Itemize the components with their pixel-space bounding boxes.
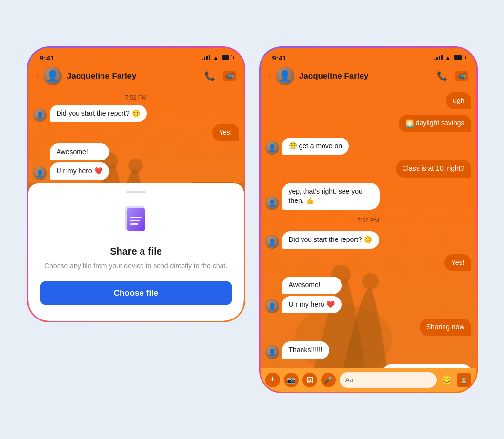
- status-time-2: 9:41: [272, 54, 287, 62]
- message-row: Yes!: [33, 124, 239, 141]
- chat-header-1: ‹ Jacqueline Farley 📞 📹: [28, 64, 244, 90]
- status-icons-2: ▲: [434, 54, 464, 61]
- contact-name-2: Jacqueline Farley: [299, 71, 437, 81]
- file-share-modal: Share a file Choose any file from your d…: [28, 183, 244, 321]
- timestamp-2: 7:52 PM: [265, 217, 471, 224]
- stacked-bubbles: Awesome! U r my hero ❤️: [282, 277, 342, 313]
- header-actions-2: 📞 📹: [437, 71, 468, 81]
- status-bar-1: 9:41 ▲: [28, 48, 244, 64]
- avatar-msg: 👤: [265, 235, 279, 249]
- avatar-msg: 👤: [33, 166, 47, 180]
- modal-title: Share a file: [40, 246, 232, 257]
- bubble-incoming: Thanks!!!!!!: [282, 341, 329, 359]
- bubble-incoming: Did you start the report? 🙂: [282, 231, 379, 249]
- status-bar-2: 9:41 ▲: [261, 48, 476, 64]
- file-bubble: 📄 Galaxy Types.pdf 87 MB: [383, 364, 471, 368]
- phone-2: 9:41 ▲ ‹ Jacqueline: [261, 48, 476, 392]
- message-row: 👤 Did you start the report? 🙂: [265, 231, 471, 249]
- wifi-icon-1: ▲: [213, 54, 219, 61]
- avatar-msg: 👤: [33, 108, 47, 122]
- modal-sheet: Share a file Choose any file from your d…: [28, 183, 244, 321]
- signal-icon-1: [202, 55, 210, 60]
- choose-file-button[interactable]: Choose file: [40, 281, 232, 305]
- back-button-1[interactable]: ‹: [36, 70, 40, 82]
- battery-icon-2: [454, 55, 464, 60]
- phone-1: 9:41 ▲ ‹ Jacqueline: [28, 48, 244, 321]
- photo-button-2[interactable]: 🖼: [302, 373, 317, 387]
- svg-rect-7: [130, 223, 138, 225]
- call-button-1[interactable]: 📞: [204, 71, 215, 81]
- video-button-2[interactable]: 📹: [455, 71, 468, 81]
- file-message-row: 📄 Galaxy Types.pdf 87 MB Sent: [265, 364, 471, 368]
- message-row: 👤 Thanks!!!!!!: [265, 341, 471, 359]
- svg-rect-5: [130, 217, 142, 218]
- plus-button[interactable]: +: [265, 373, 280, 387]
- avatar-1: [43, 67, 62, 85]
- mic-button-2[interactable]: 🎤: [321, 373, 336, 387]
- message-row: 👤 Awesome! U r my hero ❤️: [33, 143, 239, 180]
- message-row: 🌅 daylight savings: [265, 115, 471, 132]
- modal-description: Choose any file from your device to send…: [40, 261, 232, 271]
- phone-2-border: 9:41 ▲ ‹ Jacqueline: [259, 46, 478, 393]
- battery-icon-1: [222, 55, 232, 60]
- signal-icon-2: [434, 55, 443, 60]
- timestamp-1: 7:52 PM: [33, 94, 239, 101]
- video-button-1[interactable]: 📹: [223, 71, 236, 81]
- phones-container: 9:41 ▲ ‹ Jacqueline: [27, 46, 478, 393]
- contact-name-1: Jacqueline Farley: [67, 71, 204, 81]
- svg-rect-4: [127, 208, 145, 231]
- bubble-incoming: 😤 get a move on: [282, 138, 349, 155]
- bubble-outgoing: Sharing now: [420, 319, 471, 336]
- bubble-incoming: U r my hero ❤️: [50, 162, 109, 180]
- bubble-outgoing: Yes!: [212, 124, 239, 141]
- chat-header-2: ‹ Jacqueline Farley 📞 📹: [261, 64, 476, 90]
- message-input-2[interactable]: [340, 372, 437, 388]
- wifi-icon-2: ▲: [445, 54, 451, 61]
- emoji-button-2[interactable]: 😊: [441, 374, 453, 386]
- message-row: 👤 😤 get a move on: [265, 138, 471, 155]
- bubble-incoming: U r my hero ❤️: [282, 296, 342, 314]
- message-row: 👤 Awesome! U r my hero ❤️: [265, 277, 471, 313]
- camera-button-2[interactable]: 📷: [284, 373, 299, 387]
- stacked-bubbles: Awesome! U r my hero ❤️: [50, 143, 109, 180]
- status-icons-1: ▲: [202, 54, 232, 61]
- message-row: 👤 Did you start the report? 🙂: [33, 105, 239, 122]
- message-row: 👤 yep, that's right. see you then. 👍: [265, 183, 471, 210]
- message-row: ugh: [265, 92, 471, 110]
- avatar-2: [276, 67, 294, 85]
- bubble-incoming: yep, that's right. see you then. 👍: [282, 183, 380, 210]
- bubble-outgoing: 🌅 daylight savings: [399, 115, 471, 132]
- input-bar-2: + 📷 🖼 🎤 😊 ⏳: [261, 368, 476, 392]
- back-button-2[interactable]: ‹: [268, 70, 272, 82]
- bubble-incoming: Awesome!: [282, 277, 342, 294]
- header-actions-1: 📞 📹: [204, 71, 236, 81]
- bubble-outgoing: Class is at 10, right?: [396, 160, 471, 178]
- status-time-1: 9:41: [40, 54, 55, 62]
- avatar-msg: 👤: [265, 299, 279, 313]
- call-button-2[interactable]: 📞: [437, 71, 447, 81]
- message-row: Yes!: [265, 254, 471, 272]
- hourglass-button-2[interactable]: ⏳: [457, 373, 471, 387]
- message-row: Class is at 10, right?: [265, 160, 471, 178]
- bubble-incoming: Did you start the report? 🙂: [50, 105, 147, 122]
- modal-handle: [126, 191, 146, 193]
- svg-rect-6: [130, 220, 140, 221]
- modal-file-icon: [119, 203, 154, 238]
- avatar-msg: 👤: [265, 196, 279, 210]
- phone-1-border: 9:41 ▲ ‹ Jacqueline: [27, 46, 245, 322]
- message-row: Sharing now: [265, 319, 471, 336]
- avatar-msg: 👤: [265, 345, 279, 359]
- bubble-outgoing: ugh: [446, 92, 471, 110]
- bubble-incoming: Awesome!: [50, 143, 109, 161]
- avatar-msg: 👤: [265, 141, 279, 155]
- bubble-outgoing: Yes!: [444, 254, 471, 272]
